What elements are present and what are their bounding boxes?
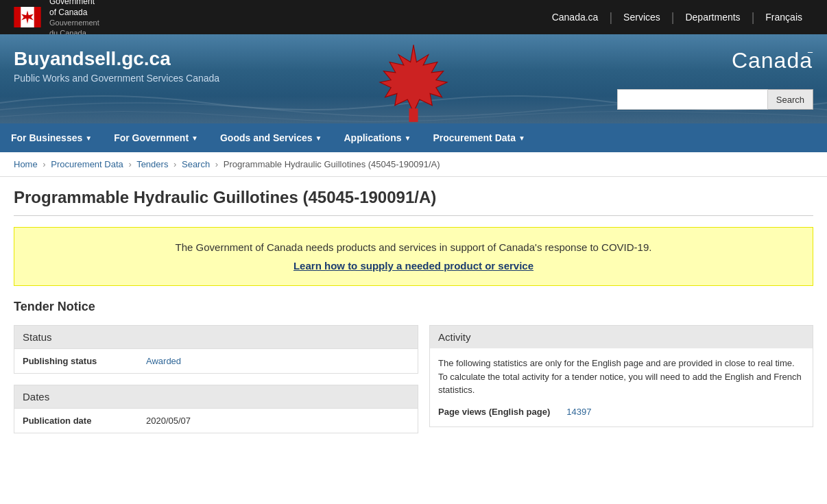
- svg-marker-5: [380, 45, 447, 112]
- nav-goods-services[interactable]: Goods and Services ▼: [209, 123, 333, 152]
- nav-for-government[interactable]: For Government ▼: [103, 123, 209, 152]
- covid-notice-text: The Government of Canada needs products …: [28, 241, 799, 253]
- publishing-status-value: Awarded: [138, 349, 189, 373]
- tender-notice-heading: Tender Notice: [14, 300, 813, 314]
- activity-body: The following statistics are only for th…: [430, 348, 813, 427]
- page-title: Programmable Hydraulic Guillotines (4504…: [14, 188, 813, 216]
- breadcrumb: Home › Procurement Data › Tenders › Sear…: [0, 152, 827, 177]
- gov-name-text: Government of Canada Gouvernement du Can…: [49, 0, 99, 38]
- activity-section: Activity The following statistics are on…: [429, 325, 813, 427]
- publication-date-label: Publication date: [14, 409, 138, 433]
- dates-section: Dates Publication date 2020/05/07: [14, 385, 418, 433]
- tender-left-column: Status Publishing status Awarded Dates P…: [14, 325, 418, 444]
- nav-for-businesses[interactable]: For Businesses ▼: [0, 123, 103, 152]
- covid-supply-link[interactable]: Learn how to supply a needed product or …: [293, 260, 534, 272]
- activity-stats: Page views (English page) 14397: [438, 405, 804, 419]
- covid-banner: The Government of Canada needs products …: [14, 227, 813, 286]
- nav-arrow-applications: ▼: [405, 134, 411, 142]
- status-header: Status: [14, 326, 418, 348]
- page-views-stat: Page views (English page): [438, 405, 550, 419]
- publishing-status-row: Publishing status Awarded: [14, 348, 418, 373]
- maple-leaf-container: [372, 41, 455, 123]
- top-nav-links: Canada.ca | Services | Departments | Fra…: [541, 10, 813, 25]
- breadcrumb-procurement-data[interactable]: Procurement Data: [51, 159, 123, 169]
- top-navigation: Government of Canada Gouvernement du Can…: [0, 0, 827, 34]
- header-search-box: Search: [617, 89, 813, 110]
- activity-description: The following statistics are only for th…: [438, 357, 804, 397]
- nav-arrow-procurement: ▼: [518, 134, 525, 142]
- search-input[interactable]: [617, 89, 768, 110]
- header-banner: Buyandsell.gc.ca Public Works and Govern…: [0, 34, 827, 123]
- breadcrumb-home[interactable]: Home: [14, 159, 38, 169]
- canada-ca-link[interactable]: Canada.ca: [541, 12, 610, 23]
- nav-arrow-government: ▼: [191, 134, 198, 142]
- tender-right-column: Activity The following statistics are on…: [429, 325, 813, 444]
- services-link[interactable]: Services: [612, 12, 671, 23]
- canada-wordmark: Canada̅: [732, 48, 813, 73]
- page-content: Programmable Hydraulic Guillotines (4504…: [0, 177, 827, 455]
- svg-rect-2: [14, 7, 21, 27]
- breadcrumb-search[interactable]: Search: [182, 159, 210, 169]
- svg-rect-3: [34, 7, 41, 27]
- nav-arrow-businesses: ▼: [85, 134, 92, 142]
- page-views-label: Page views (English page): [438, 405, 550, 419]
- page-views-value: 14397: [566, 405, 591, 419]
- departments-link[interactable]: Departments: [674, 12, 751, 23]
- canada-wordmark-text: Canada̅: [732, 48, 813, 73]
- breadcrumb-tenders[interactable]: Tenders: [136, 159, 168, 169]
- tender-details: Status Publishing status Awarded Dates P…: [14, 325, 813, 444]
- nav-procurement-data[interactable]: Procurement Data ▼: [422, 123, 536, 152]
- government-logo: Government of Canada Gouvernement du Can…: [14, 0, 99, 38]
- activity-header: Activity: [430, 326, 813, 348]
- breadcrumb-sep-1: ›: [43, 159, 45, 169]
- publication-date-value: 2020/05/07: [138, 409, 199, 433]
- publishing-status-label: Publishing status: [14, 349, 138, 373]
- publication-date-row: Publication date 2020/05/07: [14, 408, 418, 433]
- svg-rect-6: [409, 108, 418, 122]
- status-section: Status Publishing status Awarded: [14, 325, 418, 374]
- main-navigation: For Businesses ▼ For Government ▼ Goods …: [0, 123, 827, 152]
- maple-leaf-svg: [372, 41, 455, 123]
- francais-link[interactable]: Français: [754, 12, 813, 23]
- breadcrumb-sep-4: ›: [215, 159, 218, 169]
- canada-flag-icon: [14, 7, 41, 27]
- breadcrumb-sep-3: ›: [173, 159, 176, 169]
- search-button[interactable]: Search: [768, 89, 813, 110]
- nav-applications[interactable]: Applications ▼: [333, 123, 422, 152]
- nav-arrow-goods: ▼: [315, 134, 322, 142]
- breadcrumb-current: Programmable Hydraulic Guillotines (4504…: [224, 159, 440, 169]
- breadcrumb-sep-2: ›: [128, 159, 131, 169]
- dates-header: Dates: [14, 385, 418, 408]
